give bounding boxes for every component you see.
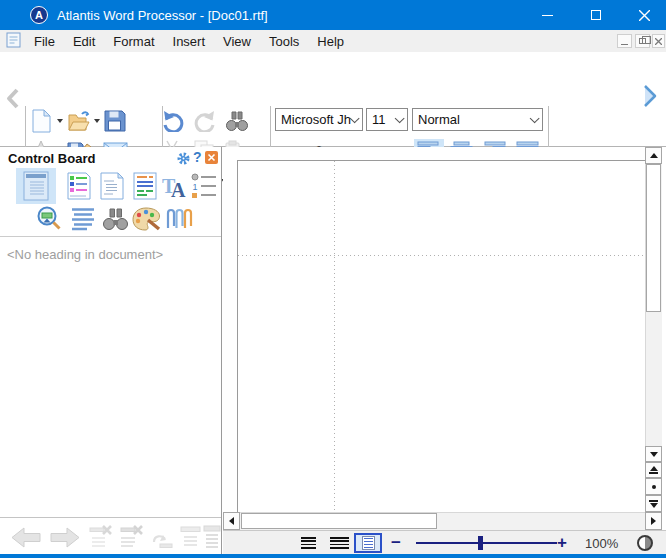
- triangle-down-icon: [650, 452, 658, 457]
- cb-tab-bookmarks[interactable]: [64, 171, 94, 201]
- cb-tab-colors[interactable]: [130, 204, 163, 234]
- scroll-up-button[interactable]: [645, 147, 662, 164]
- arrow-right-icon: [48, 525, 81, 550]
- show-all-levels-button[interactable]: [203, 524, 221, 556]
- save-icon: [104, 110, 126, 132]
- menu-file[interactable]: File: [25, 31, 64, 52]
- list-delete-icon: [88, 524, 114, 551]
- minimize-icon: [542, 15, 553, 16]
- web-view-icon: [330, 537, 349, 550]
- font-size-value: 11: [372, 112, 386, 127]
- cb-tab-fonts[interactable]: TA: [161, 171, 189, 201]
- page-border-top: [237, 160, 645, 161]
- scroll-left-button[interactable]: [223, 512, 240, 530]
- cb-tab-fields[interactable]: [97, 171, 127, 201]
- cb-tab-search[interactable]: [99, 204, 131, 234]
- mdi-close-button[interactable]: [652, 34, 665, 48]
- new-document-button[interactable]: [28, 108, 54, 134]
- new-document-dropdown[interactable]: [55, 108, 65, 134]
- nav-forward-button[interactable]: [48, 525, 81, 554]
- toolbar-scroll-left-button[interactable]: [5, 88, 20, 113]
- fonts-icon: TA: [162, 173, 188, 200]
- scroll-right-button[interactable]: [645, 512, 662, 530]
- show-level-button[interactable]: [178, 524, 203, 555]
- cb-tab-styles[interactable]: [130, 171, 160, 201]
- app-logo-icon: A: [30, 6, 48, 24]
- mdi-minimize-icon: [621, 44, 628, 45]
- list-level-icon: [178, 524, 203, 551]
- sidebar-bottom-divider: [0, 517, 221, 518]
- zoom-slider-thumb[interactable]: [478, 536, 483, 550]
- toolbar: Microsoft Jh 11 Normal B I U ABC A: [0, 52, 666, 147]
- text-document-icon: [100, 172, 124, 200]
- draft-view-button[interactable]: [297, 535, 319, 551]
- document-area[interactable]: − + 100%: [223, 147, 666, 554]
- triangle-up-icon: [650, 153, 658, 158]
- control-board-help-button[interactable]: ?: [193, 149, 202, 165]
- mdi-restore-button[interactable]: [635, 34, 650, 48]
- style-combo[interactable]: Normal: [412, 108, 543, 131]
- promote-remove-button[interactable]: [119, 524, 145, 555]
- demote-remove-button[interactable]: [88, 524, 114, 555]
- status-bar: − + 100%: [223, 530, 666, 554]
- maximize-button[interactable]: [574, 0, 618, 30]
- menu-view[interactable]: View: [214, 31, 260, 52]
- cb-tab-clips[interactable]: [162, 204, 195, 234]
- move-heading-button[interactable]: [150, 526, 174, 554]
- gear-icon: [177, 152, 190, 165]
- margin-guide-vertical: [334, 161, 335, 512]
- close-button[interactable]: [622, 0, 666, 30]
- horizontal-scrollbar-thumb[interactable]: [241, 513, 437, 529]
- previous-page-button[interactable]: [645, 462, 662, 478]
- font-name-combo[interactable]: Microsoft Jh: [275, 108, 363, 131]
- menu-tools[interactable]: Tools: [260, 31, 308, 52]
- vertical-scrollbar-thumb[interactable]: [646, 164, 661, 312]
- chevron-down-icon: [94, 119, 100, 123]
- minimize-button[interactable]: [525, 0, 569, 30]
- next-page-button[interactable]: [645, 495, 662, 512]
- triangle-down-icon: [650, 503, 658, 508]
- web-view-button[interactable]: [327, 535, 351, 551]
- nav-back-button[interactable]: [10, 525, 43, 554]
- heading-nav-toolbar: [0, 521, 221, 553]
- cb-tab-lists[interactable]: 1: [190, 171, 218, 201]
- scroll-down-button[interactable]: [645, 446, 662, 462]
- select-browse-object-button[interactable]: [645, 478, 662, 495]
- list-delete-alt-icon: [119, 524, 145, 551]
- control-board-close-button[interactable]: [205, 150, 218, 168]
- cb-tab-paragraphs[interactable]: [68, 204, 98, 234]
- list-styles-icon: 1: [191, 173, 217, 200]
- dot-icon: [652, 485, 656, 489]
- menu-edit[interactable]: Edit: [64, 31, 104, 52]
- undo-button[interactable]: [160, 108, 186, 134]
- redo-button[interactable]: [192, 108, 218, 134]
- menu-insert[interactable]: Insert: [164, 31, 215, 52]
- contrast-icon[interactable]: [637, 535, 653, 551]
- redo-icon: [193, 110, 217, 132]
- open-button[interactable]: [66, 108, 92, 134]
- find-button[interactable]: [224, 108, 250, 134]
- mdi-minimize-button[interactable]: [617, 34, 632, 48]
- zoom-slider-track[interactable]: [416, 542, 557, 544]
- headings-pane-icon: [23, 171, 49, 201]
- toolbar-scroll-right-button[interactable]: [642, 84, 659, 112]
- menu-format[interactable]: Format: [104, 31, 163, 52]
- open-dropdown[interactable]: [92, 108, 102, 134]
- cb-tab-headings[interactable]: [16, 168, 56, 204]
- cb-tab-images[interactable]: [33, 204, 65, 234]
- list-levels-all-icon: [203, 524, 221, 552]
- zoom-level: 100%: [585, 536, 618, 551]
- zoom-in-button[interactable]: +: [557, 533, 567, 553]
- undo-icon: [161, 110, 185, 132]
- font-size-combo[interactable]: 11: [366, 108, 408, 131]
- page-view-button[interactable]: [354, 533, 382, 553]
- chevron-right-icon: [642, 84, 659, 108]
- control-board-settings-button[interactable]: [177, 151, 190, 169]
- zoom-out-button[interactable]: −: [391, 533, 401, 553]
- menu-help[interactable]: Help: [308, 31, 353, 52]
- font-name-value: Microsoft Jh: [281, 112, 351, 127]
- save-button[interactable]: [102, 108, 128, 134]
- no-heading-message: <No heading in document>: [7, 247, 163, 262]
- svg-text:1: 1: [193, 182, 198, 192]
- control-board-divider: [0, 236, 221, 237]
